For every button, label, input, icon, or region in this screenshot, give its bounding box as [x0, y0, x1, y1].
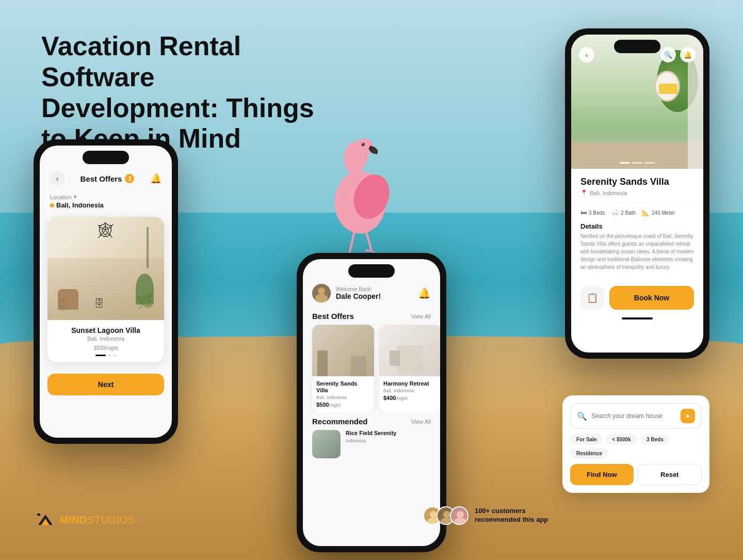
book-now-button[interactable]: Book Now	[609, 286, 694, 310]
phone-right-inner: ‹ 🔍 🔔 Serenity Sands Villa 📍 Bali, Indon…	[571, 35, 703, 353]
carousel-dots	[55, 355, 156, 356]
best-offers-cards: Serenity Sands Villa Bali, Indonesia $50…	[303, 325, 440, 412]
best-offers-title: Best Offers	[80, 174, 122, 183]
view-all-link[interactable]: View All	[411, 313, 431, 319]
recommended-header: Recommended View All	[312, 417, 431, 426]
detail-info: Serenity Sands Villa 📍 Bali, Indonesia 🛏…	[571, 169, 703, 279]
logo-studios: STUDIOS	[87, 514, 135, 525]
filter-price[interactable]: < $500k	[606, 434, 637, 445]
recommended-cards: Rice Field Serenity Indonesia	[312, 430, 431, 458]
property-card-left[interactable]: 🕸 🌿 🪑 🗄 Sunset Lagoon Villa Bali, Indone…	[47, 217, 164, 362]
image-dots	[620, 162, 655, 164]
search-detail-button[interactable]: 🔍	[660, 47, 676, 62]
svg-rect-0	[37, 514, 40, 516]
card-2-image	[379, 325, 440, 376]
best-offers-section-header: Best Offers View All	[303, 308, 440, 325]
logo-mind: MIND	[60, 514, 87, 525]
detail-ctrl-right: 🔍 🔔	[660, 47, 696, 62]
property-price: $500/night	[55, 344, 156, 351]
details-description: Nestled on the picturesque coast of Bali…	[580, 232, 694, 271]
detail-specs: 🛏 3 Beds 🛁 2 Bath 📐 240 Meter	[580, 202, 694, 216]
detail-image: ‹ 🔍 🔔	[571, 35, 703, 169]
user-avatar	[312, 284, 331, 302]
filter-beds[interactable]: 3 Beds	[640, 434, 670, 445]
detail-property-title: Serenity Sands Villa	[580, 177, 694, 187]
search-input[interactable]	[591, 412, 676, 420]
bookmark-button[interactable]: 📋	[580, 286, 604, 310]
notification-detail-button[interactable]: 🔔	[680, 47, 696, 62]
phone-center-inner: Welcome Back! Dale Cooper! 🔔 Best Offers…	[303, 259, 440, 546]
customer-avatar-3	[450, 506, 469, 525]
svg-point-9	[318, 287, 325, 295]
search-input-row: 🔍 ➤	[570, 403, 702, 429]
card-1-location: Bali, Indonesia	[316, 395, 370, 400]
card-2-price: $400/night	[383, 395, 437, 401]
back-detail-button[interactable]: ‹	[579, 47, 594, 62]
best-offers-section-title: Best Offers	[312, 312, 354, 321]
offers-badge: 3	[125, 174, 134, 183]
property-name: Sunset Lagoon Villa	[55, 326, 156, 334]
detail-actions: 📋 Book Now	[571, 286, 703, 317]
card-1-price: $500/night	[316, 402, 370, 408]
svg-line-7	[366, 231, 372, 251]
next-button[interactable]: Next	[47, 374, 164, 395]
header-title-area: Best Offers 3	[80, 174, 135, 183]
home-indicator	[622, 317, 653, 319]
img-dot-2	[632, 162, 642, 164]
welcome-text: Welcome Back!	[336, 286, 418, 292]
phone-right-notch	[614, 40, 660, 53]
rec-card-location: Indonesia	[346, 438, 396, 443]
logo: MINDSTUDIOS	[36, 510, 135, 529]
svg-point-18	[457, 511, 464, 518]
search-widget: 🔍 ➤ For Sale < $500k 3 Beds Residence Fi…	[562, 395, 709, 493]
testimonials: 100+ customers recommended this app	[423, 506, 557, 525]
location-value[interactable]: Bali, Indonesia	[50, 201, 161, 209]
beds-icon: 🛏	[580, 209, 587, 216]
details-label: Details	[580, 222, 694, 230]
card-2-name: Harmony Retreat	[383, 380, 437, 387]
filter-tags: For Sale < $500k 3 Beds Residence	[570, 434, 702, 459]
find-now-button[interactable]: Find Now	[570, 464, 634, 485]
location-pin-icon: 📍	[580, 189, 588, 196]
boho-room: 🕸 🌿 🪑 🗄	[47, 217, 164, 320]
back-button[interactable]: ‹	[50, 171, 64, 186]
notification-bell[interactable]: 🔔	[418, 287, 431, 299]
phone-center-notch	[348, 264, 395, 278]
macrame-decoration: 🕸	[98, 222, 114, 239]
property-info: Sunset Lagoon Villa Bali, Indonesia $500…	[47, 320, 164, 362]
phone-left-notch	[83, 151, 129, 164]
best-offer-card-1[interactable]: Serenity Sands Villa Bali, Indonesia $50…	[312, 325, 374, 412]
rec-card-name: Rice Field Serenity	[346, 430, 396, 437]
search-magnifier-icon: 🔍	[577, 411, 587, 421]
card-2-info: Harmony Retreat Bali, Indonesia $400/nig…	[379, 376, 440, 405]
filter-for-sale[interactable]: For Sale	[570, 434, 603, 445]
best-offer-card-2[interactable]: Harmony Retreat Bali, Indonesia $400/nig…	[379, 325, 440, 412]
card-1-name: Serenity Sands Villa	[316, 380, 370, 394]
recommended-section: Recommended View All Rice Field Serenity…	[303, 412, 440, 458]
recommended-view-all[interactable]: View All	[411, 419, 431, 425]
reset-button[interactable]: Reset	[638, 464, 702, 485]
svg-point-4	[361, 143, 365, 147]
testimonial-text: 100+ customers recommended this app	[475, 507, 557, 524]
rec-thumb-1	[312, 430, 341, 458]
welcome-area: Welcome Back! Dale Cooper!	[331, 286, 418, 300]
flamingo-decoration	[303, 134, 417, 248]
dot-inactive-1	[108, 355, 111, 356]
location-label: Location ▾	[50, 194, 161, 200]
bell-icon[interactable]: 🔔	[150, 173, 161, 184]
phone-left: ‹ Best Offers 3 🔔 Location ▾ Bali, Indon…	[34, 139, 178, 444]
phone-left-inner: ‹ Best Offers 3 🔔 Location ▾ Bali, Indon…	[40, 146, 172, 438]
card-2-location: Bali, Indonesia	[383, 388, 437, 393]
card-1-info: Serenity Sands Villa Bali, Indonesia $50…	[312, 376, 374, 412]
detail-location: 📍 Bali, Indonesia	[580, 189, 694, 196]
filter-type[interactable]: Residence	[570, 448, 608, 459]
search-send-button[interactable]: ➤	[681, 409, 695, 423]
avatar-stack	[423, 506, 469, 525]
bath-spec: 🛁 2 Bath	[611, 209, 636, 216]
phone-right: ‹ 🔍 🔔 Serenity Sands Villa 📍 Bali, Indon…	[565, 28, 709, 359]
property-image: 🕸 🌿 🪑 🗄	[47, 217, 164, 320]
size-icon: 📐	[642, 209, 650, 216]
location-area: Location ▾ Bali, Indonesia	[40, 191, 172, 212]
dot-active	[95, 355, 106, 356]
location-dot-icon	[50, 203, 54, 207]
